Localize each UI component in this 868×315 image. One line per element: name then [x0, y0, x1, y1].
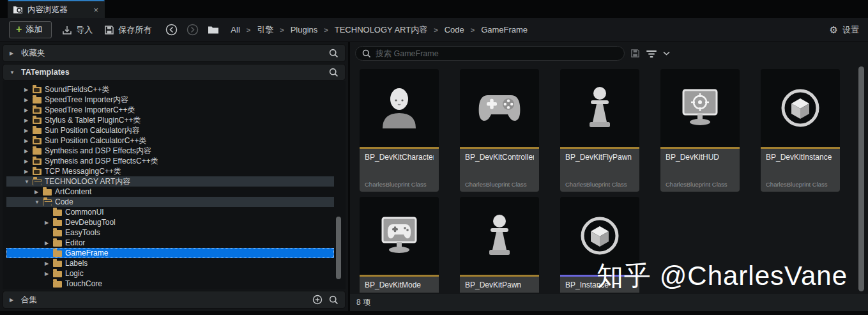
asset-thumbnail [761, 69, 840, 147]
chevron-right-icon[interactable]: ▶ [24, 97, 33, 103]
grid-scrollbar[interactable] [858, 66, 864, 291]
breadcrumb-separator-icon: > [324, 26, 328, 34]
breadcrumb-code[interactable]: Code [445, 25, 464, 35]
chevron-right-icon[interactable]: ▶ [34, 189, 43, 195]
tree-item-speedtree-cpp[interactable]: ▶SpeedTree ImporterC++类 [6, 105, 334, 115]
chevron-right-icon[interactable]: ▶ [24, 148, 33, 154]
chevron-right-icon[interactable]: ▶ [45, 220, 53, 226]
chevron-right-icon[interactable]: ▶ [10, 297, 16, 303]
templates-section[interactable]: ▼ TATemplates [3, 64, 346, 81]
add-button[interactable]: + 添加 [9, 21, 52, 38]
asset-thumbnail [660, 69, 740, 147]
tree-item-code[interactable]: ▼Code [6, 197, 334, 207]
open-folder-icon [43, 199, 52, 206]
folder-icon [53, 240, 62, 247]
chevron-right-icon[interactable]: ▶ [24, 138, 33, 144]
cpp-folder-icon [33, 158, 42, 165]
tree-item-commonui[interactable]: CommonUI [6, 207, 334, 217]
search-icon[interactable] [329, 49, 339, 58]
breadcrumb-technology-art[interactable]: TECHNOLOGY ART内容 [335, 24, 427, 36]
asset-thumbnail [560, 197, 639, 275]
tree-item-technology-art[interactable]: ▼TECHNOLOGY ART内容 [6, 176, 334, 187]
breadcrumb-engine[interactable]: 引擎 [257, 24, 273, 36]
asset-bp-devkitcontroller[interactable]: BP_DevKitController CharlesBlueprint Cla… [460, 69, 539, 192]
breadcrumb-all[interactable]: All [231, 25, 240, 35]
chevron-right-icon[interactable]: ▶ [10, 50, 16, 56]
breadcrumb: All > 引擎 > Plugins > TECHNOLOGY ART内容 > … [231, 24, 528, 36]
folder-icon [43, 189, 52, 196]
tree-item-touchcore[interactable]: TouchCore [6, 279, 334, 289]
tree-item-stylus-cpp[interactable]: ▶Stylus & Tablet PluginC++类 [6, 115, 334, 125]
chevron-right-icon[interactable]: ▶ [45, 261, 53, 266]
asset-grid: BP_DevKitCharacter CharlesBlueprint Clas… [350, 67, 855, 293]
tree-item-labels[interactable]: ▶Labels [6, 258, 334, 268]
chevron-right-icon[interactable]: ▶ [24, 169, 33, 174]
tree-item-logic[interactable]: ▶Logic [6, 268, 334, 279]
tree-item-synthesis-cpp[interactable]: ▶Synthesis and DSP EffectsC++类 [6, 156, 334, 166]
pawn-icon [583, 85, 616, 131]
asset-bp-instance[interactable]: BP_Instance CharlesBlueprint Class [560, 197, 639, 293]
chevron-down-icon[interactable]: ▼ [24, 179, 33, 185]
cube-circle-icon [577, 213, 622, 258]
settings-button[interactable]: ⚙ 设置 [830, 24, 859, 36]
search-icon[interactable] [329, 295, 339, 305]
chevron-right-icon[interactable]: ▶ [24, 158, 33, 164]
tree-item-easytools[interactable]: EasyTools [6, 227, 334, 238]
tab-content-browser[interactable]: 内容浏览器 × [8, 0, 105, 18]
forward-button[interactable] [187, 24, 199, 36]
tree-item-speedtree-content[interactable]: ▶SpeedTree Importer内容 [6, 95, 334, 105]
collections-section[interactable]: ▶ 合集 [3, 291, 346, 309]
asset-thumbnail [560, 69, 639, 147]
chevron-right-icon[interactable]: ▶ [24, 128, 33, 134]
asset-label-area: BP_DevKitPawn CharlesBlueprint Class [460, 277, 539, 293]
breadcrumb-gameframe[interactable]: GameFrame [481, 25, 528, 35]
tree-scrollbar[interactable] [336, 217, 341, 279]
chevron-down-icon[interactable] [663, 51, 670, 56]
save-search-icon[interactable] [630, 49, 640, 58]
import-icon [62, 25, 72, 35]
chevron-right-icon[interactable]: ▶ [45, 240, 53, 246]
asset-bp-devkitflypawn[interactable]: BP_DevKitFlyPawn CharlesBlueprint Class [560, 69, 639, 192]
search-icon[interactable] [329, 68, 339, 77]
tree-item-editor[interactable]: ▶Editor [6, 238, 334, 248]
tree-item-sunposition-content[interactable]: ▶Sun Position Calculator内容 [6, 125, 334, 135]
chevron-right-icon[interactable]: ▶ [24, 107, 33, 113]
import-button[interactable]: 导入 [61, 22, 94, 38]
tree-item-soundfields-cpp[interactable]: ▶SoundFieldsC++类 [6, 84, 334, 95]
cpp-folder-icon [33, 138, 42, 144]
tree-item-synthesis-content[interactable]: ▶Synthesis and DSP Effects内容 [6, 146, 334, 156]
asset-bp-devkithud[interactable]: BP_DevKitHUD CharlesBlueprint Class [660, 69, 740, 192]
asset-bp-devkitmode[interactable]: BP_DevKitMode CharlesBlueprint Class [360, 197, 439, 293]
close-icon[interactable]: × [92, 5, 100, 15]
asset-thumbnail [460, 197, 539, 275]
search-box[interactable] [355, 46, 625, 61]
tree-item-sunposition-cpp[interactable]: ▶Sun Position CalculatorC++类 [6, 135, 334, 146]
asset-bp-devkitpawn[interactable]: BP_DevKitPawn CharlesBlueprint Class [460, 197, 539, 293]
asset-thumbnail [360, 69, 439, 147]
plus-icon: + [16, 25, 22, 34]
chevron-right-icon[interactable]: ▶ [24, 87, 33, 93]
filter-icon[interactable] [646, 49, 657, 58]
search-input[interactable] [376, 49, 618, 58]
asset-label-area: BP_DevKitController CharlesBlueprint Cla… [460, 149, 539, 192]
back-button[interactable] [165, 24, 178, 36]
add-collection-icon[interactable] [312, 295, 323, 305]
favorites-section[interactable]: ▶ 收藏夹 [3, 44, 346, 62]
chevron-down-icon[interactable]: ▼ [10, 70, 16, 75]
tab-title: 内容浏览器 [27, 4, 88, 15]
asset-bp-devkitinstance[interactable]: BP_DevKitInstance CharlesBlueprint Class [761, 69, 840, 192]
tree-item-artcontent[interactable]: ▶ArtContent [6, 187, 334, 197]
save-icon [104, 25, 114, 35]
asset-bp-devkitcharacter[interactable]: BP_DevKitCharacter CharlesBlueprint Clas… [360, 69, 439, 192]
save-all-button[interactable]: 保存所有 [103, 22, 153, 38]
tree-item-gameframe[interactable]: GameFrame [6, 248, 334, 258]
breadcrumb-plugins[interactable]: Plugins [291, 25, 318, 35]
tree-item-devdebugtool[interactable]: ▶DevDebugTool [6, 217, 334, 227]
chevron-down-icon[interactable]: ▼ [34, 199, 43, 205]
path-folder-icon[interactable] [208, 26, 219, 35]
tree-item-tcp-cpp[interactable]: ▶TCP MessagingC++类 [6, 166, 334, 176]
chevron-right-icon[interactable]: ▶ [45, 271, 53, 277]
asset-label-area: BP_Instance CharlesBlueprint Class [560, 277, 639, 293]
asset-label-area: BP_DevKitHUD CharlesBlueprint Class [660, 149, 740, 192]
chevron-right-icon[interactable]: ▶ [24, 118, 33, 123]
